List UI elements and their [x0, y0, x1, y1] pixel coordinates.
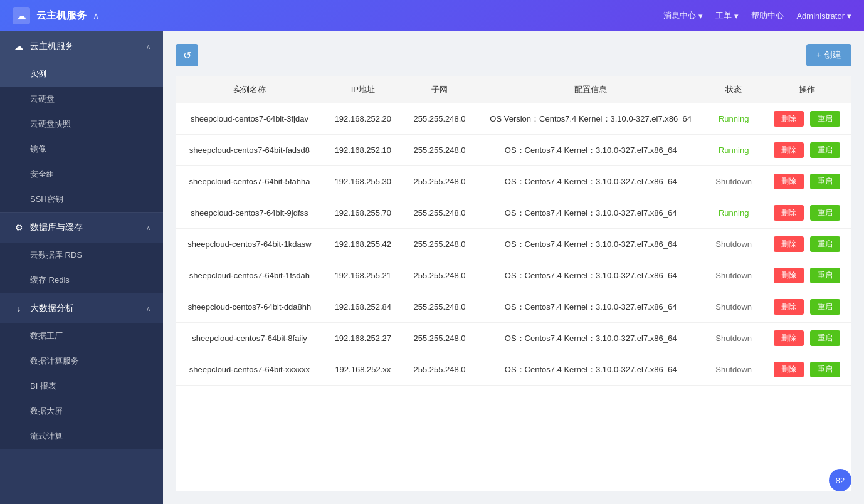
restart-button-4[interactable]: 重启	[810, 236, 840, 252]
restart-button-2[interactable]: 重启	[810, 174, 840, 189]
delete-button-6[interactable]: 删除	[774, 299, 804, 315]
db-section-chevron: ∧	[146, 224, 150, 231]
cell-actions: 删除 重启	[762, 166, 851, 197]
col-subnet: 子网	[403, 76, 477, 103]
cell-status: Running	[705, 135, 762, 166]
sidebar-section-db: ⚙ 数据库与缓存 ∧ 云数据库 RDS 缓存 Redis	[0, 213, 163, 293]
cell-ip: 192.168.255.42	[324, 229, 403, 260]
cell-actions: 删除 重启	[762, 354, 851, 386]
cell-subnet: 255.255.248.0	[403, 354, 477, 386]
toolbar-left: ↺	[176, 44, 198, 66]
cell-config: OS：Centos7.4 Kernel：3.10.0-327.el7.x86_6…	[477, 260, 705, 291]
sidebar-section-vm-header[interactable]: ☁ 云主机服务 ∧	[0, 31, 163, 61]
delete-button-7[interactable]: 删除	[774, 330, 804, 346]
col-ip: IP地址	[324, 76, 403, 103]
cell-name: sheepcloud-centos7-64bit-1fsdah	[176, 260, 324, 291]
delete-button-0[interactable]: 删除	[774, 111, 804, 127]
cell-status: Shutdown	[705, 291, 762, 323]
cell-subnet: 255.255.248.0	[403, 166, 477, 197]
sidebar-item-volumes[interactable]: 云硬盘	[0, 87, 163, 112]
sidebar-item-instances[interactable]: 实例	[0, 61, 163, 87]
db-section-title: 数据库与缓存	[30, 222, 83, 233]
cell-subnet: 255.255.248.0	[403, 103, 477, 135]
sidebar-item-data-screen[interactable]: 数据大屏	[0, 399, 163, 424]
help-label: 帮助中心	[751, 10, 784, 21]
sidebar-item-rds[interactable]: 云数据库 RDS	[0, 243, 163, 268]
table-row: sheepcloud-centos7-64bit-1fsdah 192.168.…	[176, 260, 851, 291]
delete-button-5[interactable]: 删除	[774, 268, 804, 283]
sidebar-item-data-compute[interactable]: 数据计算服务	[0, 349, 163, 374]
sidebar-section-db-header[interactable]: ⚙ 数据库与缓存 ∧	[0, 213, 163, 243]
table-row: sheepcloud-centos7-64bit-9jdfss 192.168.…	[176, 197, 851, 229]
cell-config: OS：Centos7.4 Kernel：3.10.0-327.el7.x86_6…	[477, 197, 705, 229]
cell-status: Shutdown	[705, 323, 762, 354]
cell-config: OS：Centos7.4 Kernel：3.10.0-327.el7.x86_6…	[477, 135, 705, 166]
cell-actions: 删除 重启	[762, 229, 851, 260]
delete-button-3[interactable]: 删除	[774, 205, 804, 221]
cell-name: sheepcloud-centos7-64bit-fadsd8	[176, 135, 324, 166]
restart-button-8[interactable]: 重启	[810, 362, 840, 377]
db-section-icon: ⚙	[13, 221, 25, 234]
header-title: 云主机服务	[36, 9, 87, 23]
restart-button-7[interactable]: 重启	[810, 330, 840, 346]
cell-subnet: 255.255.248.0	[403, 291, 477, 323]
create-button[interactable]: + 创建	[806, 44, 851, 66]
admin-label: Administrator	[796, 11, 845, 21]
messages-nav[interactable]: 消息中心 ▾	[663, 10, 703, 21]
col-name: 实例名称	[176, 76, 324, 103]
refresh-button[interactable]: ↺	[176, 44, 198, 66]
sidebar: ☁ 云主机服务 ∧ 实例 云硬盘 云硬盘快照 镜像 安全	[0, 31, 163, 504]
cell-status: Shutdown	[705, 260, 762, 291]
cell-subnet: 255.255.248.0	[403, 229, 477, 260]
delete-button-2[interactable]: 删除	[774, 174, 804, 189]
sidebar-collapse-icon[interactable]: ∧	[93, 11, 99, 21]
refresh-icon: ↺	[183, 50, 191, 61]
restart-button-5[interactable]: 重启	[810, 268, 840, 283]
tickets-dropdown-icon: ▾	[734, 11, 739, 21]
bigdata-section-items: 数据工厂 数据计算服务 BI 报表 数据大屏 流式计算	[0, 323, 163, 449]
sidebar-section-bigdata-header[interactable]: ↓ 大数据分析 ∧	[0, 293, 163, 323]
table-row: sheepcloud-centos7-64bit-5fahha 192.168.…	[176, 166, 851, 197]
db-section-items: 云数据库 RDS 缓存 Redis	[0, 243, 163, 293]
table-row: sheepcloud-centos7-64bit-8faiiy 192.168.…	[176, 323, 851, 354]
delete-button-8[interactable]: 删除	[774, 362, 804, 377]
sidebar-item-stream-compute[interactable]: 流式计算	[0, 424, 163, 449]
table-row: sheepcloud-centos7-64bit-3fjdav 192.168.…	[176, 103, 851, 135]
help-nav[interactable]: 帮助中心	[751, 10, 784, 21]
vm-section-chevron: ∧	[146, 43, 150, 50]
delete-button-4[interactable]: 删除	[774, 236, 804, 252]
cell-config: OS：Centos7.4 Kernel：3.10.0-327.el7.x86_6…	[477, 323, 705, 354]
sidebar-item-data-factory[interactable]: 数据工厂	[0, 323, 163, 349]
tickets-nav[interactable]: 工单 ▾	[715, 10, 739, 21]
sidebar-section-vm: ☁ 云主机服务 ∧ 实例 云硬盘 云硬盘快照 镜像 安全	[0, 31, 163, 213]
restart-button-6[interactable]: 重启	[810, 299, 840, 315]
admin-nav[interactable]: Administrator ▾	[796, 11, 851, 21]
restart-button-1[interactable]: 重启	[810, 142, 840, 158]
cell-name: sheepcloud-centos7-64bit-dda8hh	[176, 291, 324, 323]
sidebar-item-snapshots[interactable]: 云硬盘快照	[0, 112, 163, 137]
cell-config: OS：Centos7.4 Kernel：3.10.0-327.el7.x86_6…	[477, 229, 705, 260]
restart-button-0[interactable]: 重启	[810, 111, 840, 127]
table-row: sheepcloud-centos7-64bit-xxxxxx 192.168.…	[176, 354, 851, 386]
cell-config: OS Version：Centos7.4 Kernel：3.10.0-327.e…	[477, 103, 705, 135]
admin-dropdown-icon: ▾	[847, 11, 851, 21]
col-config: 配置信息	[477, 76, 705, 103]
header-left: ☁ 云主机服务 ∧	[13, 7, 99, 24]
sidebar-item-redis[interactable]: 缓存 Redis	[0, 268, 163, 293]
cell-config: OS：Centos7.4 Kernel：3.10.0-327.el7.x86_6…	[477, 354, 705, 386]
avatar-button[interactable]: 82	[829, 469, 851, 491]
cell-ip: 192.168.255.30	[324, 166, 403, 197]
delete-button-1[interactable]: 删除	[774, 142, 804, 158]
sidebar-item-ssh-keys[interactable]: SSH密钥	[0, 187, 163, 212]
table-row: sheepcloud-centos7-64bit-fadsd8 192.168.…	[176, 135, 851, 166]
sidebar-item-images[interactable]: 镜像	[0, 137, 163, 162]
bigdata-section-title: 大数据分析	[30, 303, 74, 314]
cell-subnet: 255.255.248.0	[403, 260, 477, 291]
cell-actions: 删除 重启	[762, 103, 851, 135]
instances-table-container: 实例名称 IP地址 子网 配置信息 状态 操作 sheepcloud-cento…	[176, 76, 851, 491]
restart-button-3[interactable]: 重启	[810, 205, 840, 221]
table-header: 实例名称 IP地址 子网 配置信息 状态 操作	[176, 76, 851, 103]
sidebar-item-security-groups[interactable]: 安全组	[0, 162, 163, 187]
cell-status: Shutdown	[705, 166, 762, 197]
sidebar-item-bi-report[interactable]: BI 报表	[0, 374, 163, 399]
